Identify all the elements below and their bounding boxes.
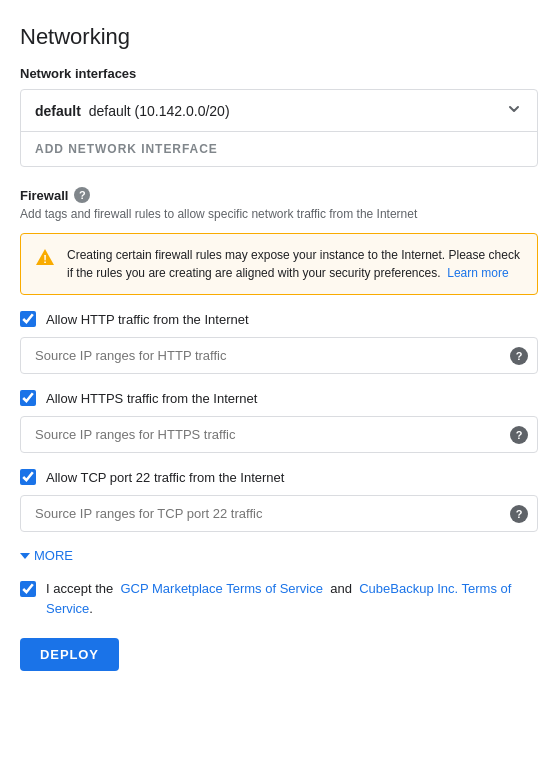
- firewall-section-header: Firewall ?: [20, 187, 538, 203]
- firewall-warning-text: Creating certain firewall rules may expo…: [67, 246, 523, 282]
- https-checkbox-row: Allow HTTPS traffic from the Internet: [20, 390, 538, 406]
- firewall-title: Firewall: [20, 188, 68, 203]
- http-checkbox[interactable]: [20, 311, 36, 327]
- more-toggle[interactable]: MORE: [20, 548, 538, 563]
- more-label: MORE: [34, 548, 73, 563]
- https-checkbox-label: Allow HTTPS traffic from the Internet: [46, 391, 257, 406]
- https-ip-input[interactable]: [20, 416, 538, 453]
- terms-checkbox[interactable]: [20, 581, 36, 597]
- add-network-interface-button[interactable]: ADD NETWORK INTERFACE: [21, 131, 537, 166]
- https-ip-help-icon[interactable]: ?: [510, 426, 528, 444]
- https-ip-input-wrapper: ?: [20, 416, 538, 453]
- page-title: Networking: [20, 24, 538, 50]
- firewall-subtitle: Add tags and firewall rules to allow spe…: [20, 207, 538, 221]
- network-interfaces-label: Network interfaces: [20, 66, 538, 81]
- firewall-help-icon[interactable]: ?: [74, 187, 90, 203]
- http-checkbox-row: Allow HTTP traffic from the Internet: [20, 311, 538, 327]
- tcp22-checkbox-label: Allow TCP port 22 traffic from the Inter…: [46, 470, 284, 485]
- network-select-value: default default (10.142.0.0/20): [35, 103, 230, 119]
- chevron-down-icon: [20, 553, 30, 559]
- learn-more-link[interactable]: Learn more: [447, 266, 508, 280]
- tcp22-checkbox[interactable]: [20, 469, 36, 485]
- https-checkbox[interactable]: [20, 390, 36, 406]
- warning-icon: !: [35, 247, 55, 270]
- tcp22-ip-input[interactable]: [20, 495, 538, 532]
- http-ip-input-wrapper: ?: [20, 337, 538, 374]
- tcp22-ip-help-icon[interactable]: ?: [510, 505, 528, 523]
- http-ip-help-icon[interactable]: ?: [510, 347, 528, 365]
- tcp22-ip-input-wrapper: ?: [20, 495, 538, 532]
- svg-text:!: !: [43, 253, 47, 265]
- deploy-button[interactable]: DEPLOY: [20, 638, 119, 671]
- gcp-terms-link[interactable]: GCP Marketplace Terms of Service: [120, 581, 323, 596]
- http-ip-input[interactable]: [20, 337, 538, 374]
- firewall-warning-box: ! Creating certain firewall rules may ex…: [20, 233, 538, 295]
- network-interface-selector: default default (10.142.0.0/20) ADD NETW…: [20, 89, 538, 167]
- tcp22-checkbox-row: Allow TCP port 22 traffic from the Inter…: [20, 469, 538, 485]
- network-select-row[interactable]: default default (10.142.0.0/20): [21, 90, 537, 131]
- chevron-down-icon: [505, 100, 523, 121]
- terms-text: I accept the GCP Marketplace Terms of Se…: [46, 579, 538, 618]
- terms-row: I accept the GCP Marketplace Terms of Se…: [20, 579, 538, 618]
- http-checkbox-label: Allow HTTP traffic from the Internet: [46, 312, 249, 327]
